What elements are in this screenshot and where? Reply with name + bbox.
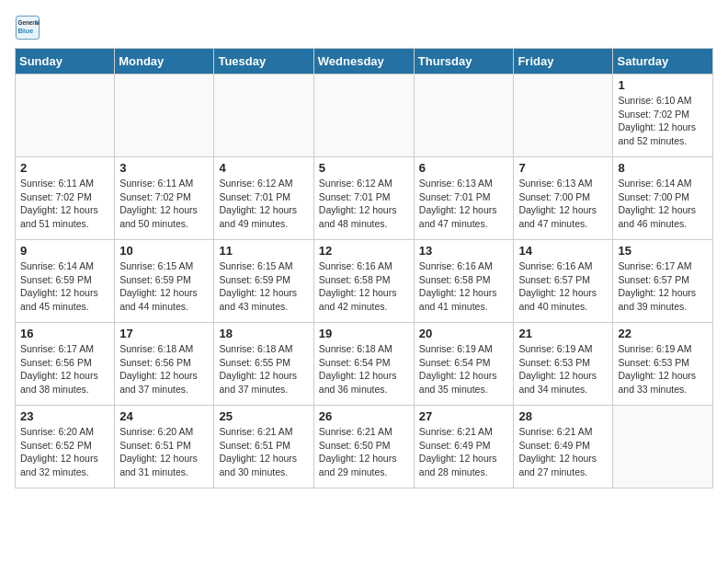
calendar-day-cell: 1Sunrise: 6:10 AMSunset: 7:02 PMDaylight…	[613, 75, 713, 157]
day-number: 28	[518, 409, 608, 423]
calendar-day-cell: 13Sunrise: 6:16 AMSunset: 6:58 PMDayligh…	[414, 240, 514, 323]
calendar-day-cell: 14Sunrise: 6:16 AMSunset: 6:57 PMDayligh…	[514, 240, 613, 323]
day-info: Sunrise: 6:16 AMSunset: 6:58 PMDaylight:…	[319, 259, 409, 314]
calendar-day-header: Monday	[115, 49, 214, 75]
calendar-day-cell: 6Sunrise: 6:13 AMSunset: 7:01 PMDaylight…	[414, 157, 514, 240]
logo-icon: General Blue	[15, 15, 40, 40]
calendar-day-cell: 26Sunrise: 6:21 AMSunset: 6:50 PMDayligh…	[313, 406, 414, 488]
calendar-day-cell: 11Sunrise: 6:15 AMSunset: 6:59 PMDayligh…	[214, 240, 313, 323]
day-info: Sunrise: 6:19 AMSunset: 6:53 PMDaylight:…	[518, 342, 608, 396]
day-info: Sunrise: 6:15 AMSunset: 6:59 PMDaylight:…	[119, 259, 209, 314]
day-number: 3	[119, 161, 209, 175]
logo: General Blue	[15, 15, 44, 40]
calendar-day-header: Tuesday	[214, 49, 313, 75]
day-number: 11	[219, 244, 308, 258]
day-info: Sunrise: 6:10 AMSunset: 7:02 PMDaylight:…	[618, 94, 708, 148]
day-number: 13	[419, 244, 509, 258]
day-number: 26	[319, 409, 409, 423]
day-info: Sunrise: 6:19 AMSunset: 6:53 PMDaylight:…	[618, 342, 708, 396]
calendar-week-row: 1Sunrise: 6:10 AMSunset: 7:02 PMDaylight…	[16, 75, 713, 157]
day-info: Sunrise: 6:19 AMSunset: 6:54 PMDaylight:…	[419, 342, 509, 396]
calendar-day-cell: 22Sunrise: 6:19 AMSunset: 6:53 PMDayligh…	[613, 323, 713, 406]
day-info: Sunrise: 6:21 AMSunset: 6:51 PMDaylight:…	[219, 425, 308, 479]
day-number: 16	[20, 327, 109, 340]
day-info: Sunrise: 6:21 AMSunset: 6:49 PMDaylight:…	[518, 425, 608, 479]
calendar-day-cell: 10Sunrise: 6:15 AMSunset: 6:59 PMDayligh…	[115, 240, 214, 323]
day-info: Sunrise: 6:20 AMSunset: 6:51 PMDaylight:…	[119, 425, 209, 479]
day-number: 18	[219, 327, 308, 340]
day-number: 2	[20, 161, 109, 175]
day-number: 6	[419, 161, 509, 175]
calendar-day-cell: 15Sunrise: 6:17 AMSunset: 6:57 PMDayligh…	[613, 240, 713, 323]
day-info: Sunrise: 6:17 AMSunset: 6:56 PMDaylight:…	[20, 342, 109, 396]
calendar-day-cell: 18Sunrise: 6:18 AMSunset: 6:55 PMDayligh…	[214, 323, 313, 406]
calendar-day-cell	[613, 406, 713, 488]
day-info: Sunrise: 6:12 AMSunset: 7:01 PMDaylight:…	[319, 177, 409, 231]
day-info: Sunrise: 6:15 AMSunset: 6:59 PMDaylight:…	[219, 259, 308, 314]
day-info: Sunrise: 6:18 AMSunset: 6:54 PMDaylight:…	[319, 342, 409, 396]
day-number: 5	[319, 161, 409, 175]
day-number: 25	[219, 409, 308, 423]
calendar-day-cell	[115, 75, 214, 157]
calendar-day-header: Friday	[514, 49, 613, 75]
calendar-week-row: 16Sunrise: 6:17 AMSunset: 6:56 PMDayligh…	[16, 323, 713, 406]
calendar-table: SundayMondayTuesdayWednesdayThursdayFrid…	[15, 48, 713, 488]
day-info: Sunrise: 6:21 AMSunset: 6:50 PMDaylight:…	[319, 425, 409, 479]
day-number: 21	[518, 327, 608, 340]
day-info: Sunrise: 6:18 AMSunset: 6:56 PMDaylight:…	[119, 342, 209, 396]
calendar-day-cell: 12Sunrise: 6:16 AMSunset: 6:58 PMDayligh…	[313, 240, 414, 323]
calendar-day-cell: 7Sunrise: 6:13 AMSunset: 7:00 PMDaylight…	[514, 157, 613, 240]
calendar-day-cell: 28Sunrise: 6:21 AMSunset: 6:49 PMDayligh…	[514, 406, 613, 488]
calendar-day-cell: 16Sunrise: 6:17 AMSunset: 6:56 PMDayligh…	[16, 323, 115, 406]
calendar-day-cell: 19Sunrise: 6:18 AMSunset: 6:54 PMDayligh…	[313, 323, 414, 406]
day-info: Sunrise: 6:11 AMSunset: 7:02 PMDaylight:…	[20, 177, 109, 231]
day-number: 14	[518, 244, 608, 258]
day-number: 20	[419, 327, 509, 340]
svg-text:Blue: Blue	[18, 27, 34, 35]
calendar-week-row: 2Sunrise: 6:11 AMSunset: 7:02 PMDaylight…	[16, 157, 713, 240]
calendar-week-row: 9Sunrise: 6:14 AMSunset: 6:59 PMDaylight…	[16, 240, 713, 323]
day-number: 4	[219, 161, 308, 175]
calendar-header-row: SundayMondayTuesdayWednesdayThursdayFrid…	[16, 49, 713, 75]
day-info: Sunrise: 6:12 AMSunset: 7:01 PMDaylight:…	[219, 177, 308, 231]
calendar-week-row: 23Sunrise: 6:20 AMSunset: 6:52 PMDayligh…	[16, 406, 713, 488]
calendar-day-cell: 9Sunrise: 6:14 AMSunset: 6:59 PMDaylight…	[16, 240, 115, 323]
calendar-day-header: Wednesday	[313, 49, 414, 75]
day-info: Sunrise: 6:13 AMSunset: 7:01 PMDaylight:…	[419, 177, 509, 231]
day-info: Sunrise: 6:14 AMSunset: 6:59 PMDaylight:…	[20, 259, 109, 314]
calendar-day-cell: 3Sunrise: 6:11 AMSunset: 7:02 PMDaylight…	[115, 157, 214, 240]
page-header: General Blue	[15, 15, 713, 40]
calendar-day-cell: 23Sunrise: 6:20 AMSunset: 6:52 PMDayligh…	[16, 406, 115, 488]
day-info: Sunrise: 6:11 AMSunset: 7:02 PMDaylight:…	[119, 177, 209, 231]
calendar-day-cell: 27Sunrise: 6:21 AMSunset: 6:49 PMDayligh…	[414, 406, 514, 488]
day-number: 8	[618, 161, 708, 175]
day-info: Sunrise: 6:16 AMSunset: 6:58 PMDaylight:…	[419, 259, 509, 314]
day-number: 7	[518, 161, 608, 175]
calendar-day-cell: 20Sunrise: 6:19 AMSunset: 6:54 PMDayligh…	[414, 323, 514, 406]
calendar-day-cell	[16, 75, 115, 157]
calendar-day-cell	[514, 75, 613, 157]
calendar-day-header: Thursday	[414, 49, 514, 75]
calendar-day-cell: 8Sunrise: 6:14 AMSunset: 7:00 PMDaylight…	[613, 157, 713, 240]
day-number: 22	[618, 327, 708, 340]
day-number: 15	[618, 244, 708, 258]
day-info: Sunrise: 6:18 AMSunset: 6:55 PMDaylight:…	[219, 342, 308, 396]
calendar-day-cell: 17Sunrise: 6:18 AMSunset: 6:56 PMDayligh…	[115, 323, 214, 406]
calendar-day-cell	[414, 75, 514, 157]
day-number: 17	[119, 327, 209, 340]
day-number: 10	[119, 244, 209, 258]
day-number: 19	[319, 327, 409, 340]
day-number: 24	[119, 409, 209, 423]
day-number: 9	[20, 244, 109, 258]
calendar-day-cell: 21Sunrise: 6:19 AMSunset: 6:53 PMDayligh…	[514, 323, 613, 406]
day-number: 27	[419, 409, 509, 423]
calendar-day-header: Saturday	[613, 49, 713, 75]
day-info: Sunrise: 6:14 AMSunset: 7:00 PMDaylight:…	[618, 177, 708, 231]
day-info: Sunrise: 6:13 AMSunset: 7:00 PMDaylight:…	[518, 177, 608, 231]
calendar-day-cell: 24Sunrise: 6:20 AMSunset: 6:51 PMDayligh…	[115, 406, 214, 488]
calendar-body: 1Sunrise: 6:10 AMSunset: 7:02 PMDaylight…	[16, 75, 713, 488]
day-info: Sunrise: 6:17 AMSunset: 6:57 PMDaylight:…	[618, 259, 708, 314]
calendar-day-cell: 5Sunrise: 6:12 AMSunset: 7:01 PMDaylight…	[313, 157, 414, 240]
day-number: 1	[618, 78, 708, 92]
calendar-day-header: Sunday	[16, 49, 115, 75]
